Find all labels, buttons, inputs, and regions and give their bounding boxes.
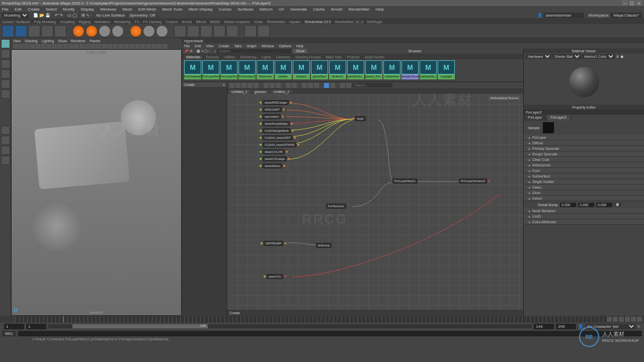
shelf-tractor-icon[interactable] (54, 25, 66, 37)
property-section[interactable]: Diffuse (524, 140, 644, 146)
node-input-icon[interactable] (264, 83, 269, 88)
property-section[interactable]: Rough Specular (524, 151, 644, 157)
node-tool-icon[interactable] (242, 83, 247, 88)
snap-curve-icon[interactable]: ∿ (86, 13, 90, 18)
undo-icon[interactable]: ↶ (55, 13, 58, 18)
browser-tab[interactable]: Cameras (274, 55, 292, 59)
bump-z[interactable] (596, 203, 612, 207)
property-section[interactable]: Fuzz (524, 168, 644, 173)
mv-shape-select[interactable]: Shader Ball (552, 54, 581, 59)
node-sync-icon[interactable] (330, 83, 335, 88)
hyper-menu-item[interactable]: File (184, 44, 190, 48)
browser-search[interactable] (217, 49, 292, 53)
node-rearrange-icon[interactable] (292, 83, 297, 88)
viewport-menu-item[interactable]: Shading (25, 39, 38, 43)
node-both-icon[interactable] (276, 83, 281, 88)
play-fwd-icon[interactable] (625, 317, 630, 322)
node-create-bar[interactable]: Create (227, 310, 523, 316)
browser-tab[interactable]: Lights (260, 55, 273, 59)
move-tool[interactable] (1, 69, 10, 78)
property-section[interactable]: Indoor (524, 196, 644, 201)
node-collapse-icon[interactable] (308, 83, 313, 88)
snap-grid-icon[interactable]: ⊞ (82, 13, 85, 18)
material-swatch[interactable]: MparticleClo... (347, 60, 364, 80)
shelf-tab[interactable]: RenderMan (267, 20, 285, 24)
browser-tab[interactable]: Asset Nodes (363, 55, 387, 59)
shelf-tab[interactable]: Sculpting (60, 20, 75, 24)
property-section[interactable]: UUID (524, 214, 644, 219)
viewport-icon[interactable] (91, 44, 96, 49)
shelf-sphere-icon[interactable] (143, 25, 155, 37)
bump-y[interactable] (578, 203, 594, 207)
shelf-tab[interactable]: FX Caching (143, 20, 162, 24)
go-end-icon[interactable] (637, 317, 642, 322)
node-tab[interactable]: glasses (252, 90, 270, 94)
menu-modify[interactable]: Modify (63, 7, 75, 12)
account-field[interactable] (543, 13, 584, 18)
shelf-refresh-icon[interactable] (245, 25, 257, 37)
viewport-icon[interactable] (30, 44, 35, 49)
viewport-icon[interactable] (151, 44, 156, 49)
graph-node[interactable]: specCOL (264, 274, 286, 279)
shelf-tab[interactable]: RenderMan_14_0 (335, 20, 363, 24)
graph-disp-node[interactable]: AttributeDisp Texture (488, 96, 520, 100)
shelf-tab[interactable]: RenderMan 23.5 (305, 20, 331, 24)
workspace-value[interactable]: Maya Classic* (610, 13, 642, 18)
shelf-browser-icon[interactable] (41, 25, 53, 37)
graph-node[interactable]: DIRTBUMP (261, 241, 286, 246)
range-start2[interactable] (26, 324, 46, 329)
material-swatch[interactable]: MPxrSurface2 (238, 60, 256, 80)
graph-node[interactable]: cleanSPECedge (260, 100, 292, 105)
mv-env-select[interactable]: Interior1 Color (582, 54, 615, 59)
node-tool-icon[interactable] (229, 83, 234, 88)
viewport-icon[interactable] (13, 44, 18, 49)
node-pin-icon[interactable] (346, 83, 351, 88)
go-start-icon[interactable] (607, 317, 612, 322)
material-swatch[interactable]: Mrubbertires (383, 60, 400, 80)
graph-node[interactable]: cleanCOLedge (260, 156, 290, 161)
property-section[interactable]: Clear Coat (524, 157, 644, 162)
viewport-menu-item[interactable]: Panels (90, 39, 100, 43)
browser-tab[interactable]: Rendering (238, 55, 258, 59)
viewport-icon[interactable] (41, 44, 46, 49)
shelf-tx-icon[interactable] (200, 25, 212, 37)
play-back-icon[interactable] (619, 317, 624, 322)
account-icon[interactable]: 👤 (537, 13, 542, 18)
viewport-icon[interactable] (163, 44, 168, 49)
node-output-icon[interactable] (270, 83, 275, 88)
show-button[interactable]: Show (293, 49, 308, 53)
menu-windows[interactable]: Windows (100, 7, 116, 12)
scale-tool[interactable] (1, 89, 10, 99)
browser-tab[interactable]: Textures (203, 55, 220, 59)
list-icon[interactable]: ≡ (201, 49, 203, 53)
mv-stop-icon[interactable]: ⏹ (620, 55, 624, 58)
shelf-icon[interactable] (28, 25, 40, 37)
shelf-tab[interactable]: XGen (254, 20, 263, 24)
property-section[interactable]: Glass (524, 185, 644, 190)
viewport-icon[interactable] (107, 44, 112, 49)
step-fwd-icon[interactable] (631, 317, 636, 322)
grid-icon[interactable]: ▦ (197, 49, 200, 53)
menu-edit-mesh[interactable]: Edit Mesh (138, 7, 156, 12)
range-start[interactable] (4, 324, 24, 329)
char-icon[interactable]: 👤 (578, 324, 583, 329)
shelf-tab[interactable]: Curves / Surfaces (2, 20, 30, 24)
property-section[interactable]: Glow (524, 190, 644, 196)
hyper-menu-item[interactable]: View (206, 44, 213, 48)
rotate-tool[interactable] (1, 79, 10, 88)
property-tab[interactable]: PxrLayer2 (546, 115, 571, 121)
material-swatch[interactable]: Mblinkers (293, 60, 310, 80)
select-tool[interactable] (1, 39, 10, 48)
mv-pause-icon[interactable]: ⏸ (616, 55, 619, 58)
menu-mesh-tools[interactable]: Mesh Tools (162, 7, 182, 12)
symmetry-toggle[interactable]: Symmetry: Off (129, 13, 155, 18)
shelf-rman-ipr-icon[interactable] (15, 25, 27, 37)
redo-icon[interactable]: ↷ (59, 13, 63, 18)
viewport-icon[interactable] (140, 44, 145, 49)
shelf-sphere2-icon[interactable] (156, 25, 168, 37)
material-preview[interactable] (524, 59, 644, 105)
property-section[interactable]: Iridescence (524, 162, 644, 168)
graph-node[interactable]: CLEAN_cleanDIRT (260, 135, 296, 140)
mode-select[interactable]: Modeling (2, 13, 29, 18)
shelf-rman-icon[interactable] (2, 25, 14, 37)
